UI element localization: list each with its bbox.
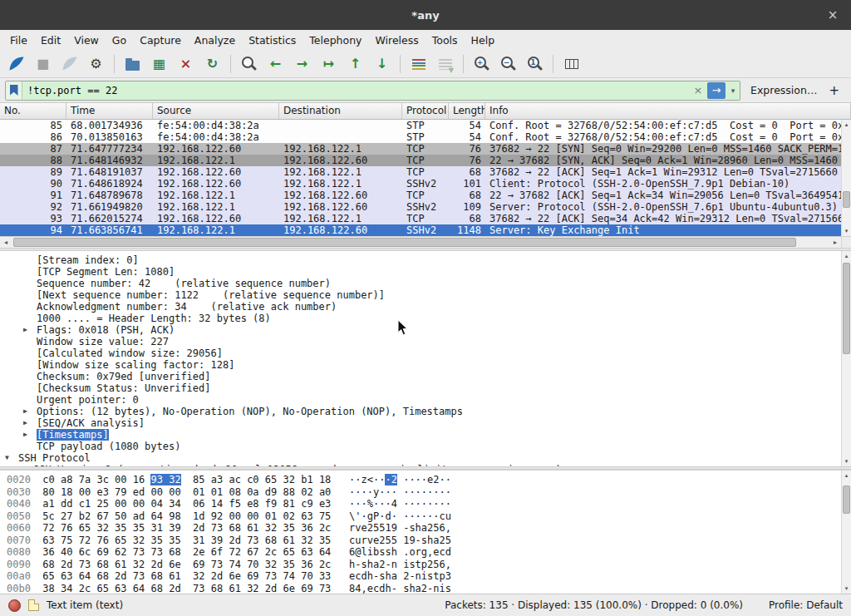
column-header-dst[interactable]: Destination — [279, 103, 402, 119]
scroll-up-icon[interactable]: ▴ — [842, 471, 851, 480]
hex-row-0030[interactable]: 0030 80 18 00 e3 79 ed 00 00 01 01 08 0a… — [7, 486, 841, 499]
detail-line[interactable]: SSH Version 2 (encryption:chacha20-poly1… — [0, 464, 841, 466]
hex-row-0060[interactable]: 0060 72 76 65 32 35 35 31 39 2d 73 68 61… — [7, 522, 841, 535]
detail-line[interactable]: ▼SSH Protocol — [0, 452, 841, 464]
menu-tools[interactable]: Tools — [426, 32, 465, 49]
zoom-in-icon[interactable]: + — [470, 53, 493, 76]
packet-row-87[interactable]: 8771.647777234192.168.122.60192.168.122.… — [0, 143, 841, 155]
details-vscrollbar[interactable]: ▴ ▾ — [841, 251, 851, 466]
scrollbar-thumb[interactable] — [13, 238, 796, 247]
capture-comment-icon[interactable] — [28, 599, 39, 611]
reload-file-icon[interactable]: ↻ — [201, 53, 224, 76]
open-file-icon[interactable] — [121, 53, 144, 76]
detail-line[interactable]: Window size value: 227 — [0, 336, 841, 347]
hex-row-0050[interactable]: 0050 5c 27 b2 67 50 ad 64 98 1d 92 00 00… — [7, 510, 841, 523]
start-capture-icon[interactable] — [5, 53, 27, 76]
packet-row-89[interactable]: 8971.648191037192.168.122.60192.168.122.… — [0, 166, 841, 178]
packet-list-hscrollbar[interactable]: ◂ ▸ — [0, 236, 851, 248]
expander-icon[interactable]: ▼ — [5, 452, 18, 464]
go-first-packet-icon[interactable]: ↑ — [344, 53, 366, 76]
scrollbar-thumb[interactable] — [843, 485, 850, 514]
packet-row-88[interactable]: 8871.648146932192.168.122.1192.168.122.6… — [0, 155, 841, 166]
colorize-packets-icon[interactable] — [407, 53, 430, 76]
menu-analyze[interactable]: Analyze — [188, 32, 242, 49]
packet-row-85[interactable]: 8568.001734936fe:54:00:d4:38:2aSTP54Conf… — [0, 120, 841, 131]
profile-status[interactable]: Profile: Default — [769, 599, 843, 611]
packet-row-93[interactable]: 9371.662015274192.168.122.60192.168.122.… — [0, 213, 841, 224]
scrollbar-thumb[interactable] — [843, 263, 850, 354]
detail-line[interactable]: [Window size scaling factor: 128] — [0, 359, 841, 371]
zoom-out-icon[interactable]: − — [497, 53, 519, 76]
detail-line[interactable]: [Next sequence number: 1122 (relative se… — [0, 289, 841, 301]
filter-apply-icon[interactable]: → — [707, 82, 726, 99]
column-header-proto[interactable]: Protocol — [402, 103, 449, 119]
packet-row-86[interactable]: 8670.013850163fe:54:00:d4:38:2aSTP54Conf… — [0, 131, 841, 143]
packet-row-90[interactable]: 9071.648618924192.168.122.60192.168.122.… — [0, 178, 841, 190]
menu-capture[interactable]: Capture — [133, 32, 188, 49]
column-header-time[interactable]: Time — [66, 103, 153, 119]
scroll-down-icon[interactable]: ▾ — [842, 456, 851, 466]
packet-list-vscrollbar[interactable]: ▴ ▾ — [841, 120, 851, 236]
detail-line[interactable]: ▶Options: (12 bytes), No-Operation (NOP)… — [0, 406, 841, 417]
menu-go[interactable]: Go — [106, 32, 133, 49]
column-header-info[interactable]: Info — [485, 103, 851, 119]
scroll-left-icon[interactable]: ◂ — [0, 239, 12, 246]
detail-line[interactable]: ▶Flags: 0x018 (PSH, ACK) — [0, 324, 841, 336]
expression-button[interactable]: Expression… — [745, 84, 822, 96]
go-last-packet-icon[interactable]: ↓ — [371, 53, 393, 76]
find-packet-icon[interactable] — [238, 53, 260, 76]
scrollbar-thumb[interactable] — [843, 191, 850, 208]
save-file-icon[interactable]: ▦ — [148, 53, 170, 76]
column-header-no[interactable]: No. — [0, 103, 66, 119]
detail-line[interactable]: ▶[SEQ/ACK analysis] — [0, 417, 841, 429]
filter-clear-icon[interactable]: × — [690, 84, 706, 96]
hex-row-0090[interactable]: 0090 68 2d 73 68 61 32 2d 6e 69 73 74 70… — [7, 559, 841, 571]
stop-capture-icon[interactable]: ■ — [32, 53, 54, 76]
detail-line[interactable]: Checksum: 0x79ed [unverified] — [0, 371, 841, 382]
packet-row-91[interactable]: 9171.648789678192.168.122.1192.168.122.6… — [0, 190, 841, 201]
detail-line[interactable]: [TCP Segment Len: 1080] — [0, 266, 841, 278]
hex-row-0040[interactable]: 0040 a1 dd c1 25 00 00 04 34 06 14 f5 e8… — [7, 498, 841, 510]
column-header-src[interactable]: Source — [153, 103, 279, 119]
detail-line[interactable]: ▶[Timestamps] — [0, 429, 841, 441]
hex-row-0080[interactable]: 0080 36 40 6c 69 62 73 73 68 2e 6f 72 67… — [7, 546, 841, 559]
menu-telephony[interactable]: Telephony — [303, 32, 368, 49]
display-filter-input[interactable]: !tcp.port == 22 × → ▾ — [5, 81, 740, 101]
hex-row-0020[interactable]: 0020 c0 a8 7a 3c 00 16 93 32 85 a3 ac c0… — [7, 474, 841, 486]
close-file-icon[interactable]: × — [175, 53, 197, 76]
menu-file[interactable]: File — [3, 32, 34, 49]
expander-icon[interactable]: ▶ — [23, 417, 37, 429]
menu-statistics[interactable]: Statistics — [242, 32, 303, 49]
detail-line[interactable]: Sequence number: 42 (relative sequence n… — [0, 278, 841, 289]
expander-icon[interactable]: ▶ — [23, 406, 37, 417]
auto-scroll-icon[interactable]: ▼ — [434, 53, 456, 76]
go-to-packet-icon[interactable]: ↦ — [317, 53, 340, 76]
expert-info-icon[interactable] — [8, 599, 21, 612]
restart-capture-icon[interactable] — [58, 53, 81, 76]
hex-row-00b0[interactable]: 00b0 38 34 2c 65 63 64 68 2d 73 68 61 32… — [7, 583, 841, 594]
filter-text[interactable]: !tcp.port == 22 — [22, 85, 690, 96]
window-close-button[interactable]: × — [824, 7, 841, 23]
add-filter-button[interactable]: + — [827, 83, 846, 98]
expander-icon[interactable]: ▶ — [23, 324, 37, 336]
zoom-original-icon[interactable]: 1 — [524, 53, 546, 76]
detail-line[interactable]: TCP payload (1080 bytes) — [0, 441, 841, 452]
expander-icon[interactable]: ▶ — [23, 429, 37, 441]
capture-options-icon[interactable]: ⚙ — [85, 53, 107, 76]
scroll-down-icon[interactable]: ▾ — [842, 226, 851, 236]
go-back-icon[interactable]: ← — [264, 53, 287, 76]
scroll-up-icon[interactable]: ▴ — [842, 120, 851, 130]
hex-row-00a0[interactable]: 00a0 65 63 64 68 2d 73 68 61 32 2d 6e 69… — [7, 570, 841, 583]
packet-row-92[interactable]: 9271.661949820192.168.122.1192.168.122.6… — [0, 201, 841, 213]
detail-line[interactable]: Urgent pointer: 0 — [0, 394, 841, 406]
detail-line[interactable]: [Calculated window size: 29056] — [0, 347, 841, 359]
hex-row-0070[interactable]: 0070 63 75 72 76 65 32 35 35 31 39 2d 73… — [7, 535, 841, 547]
hex-vscrollbar[interactable]: ▴ ▾ — [841, 471, 851, 594]
menu-edit[interactable]: Edit — [34, 32, 67, 49]
menu-view[interactable]: View — [67, 32, 106, 49]
menu-help[interactable]: Help — [465, 32, 502, 49]
filter-dropdown-icon[interactable]: ▾ — [726, 86, 740, 95]
packet-row-94[interactable]: 9471.663856741192.168.122.1192.168.122.6… — [0, 224, 841, 236]
scroll-down-icon[interactable]: ▾ — [842, 584, 851, 594]
detail-line[interactable]: [Checksum Status: Unverified] — [0, 382, 841, 394]
